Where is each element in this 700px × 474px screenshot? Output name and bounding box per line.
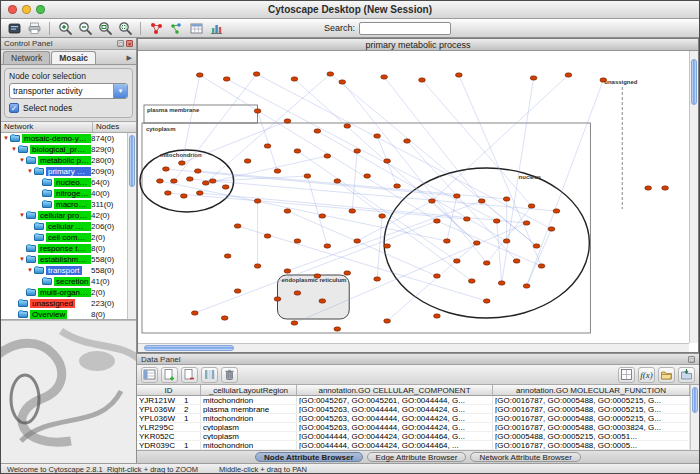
canvas-vertical-scrollbar[interactable]: [689, 51, 698, 343]
node-color-dropdown[interactable]: transporter activity ▼: [9, 83, 128, 99]
zoom-window-button[interactable]: [36, 5, 45, 14]
network-node[interactable]: [327, 72, 334, 76]
network-node[interactable]: [284, 209, 291, 213]
tree-collapse-arrow-icon[interactable]: ▼: [18, 155, 26, 166]
tree-row[interactable]: cell communicat...2(0): [1, 232, 127, 243]
network-edge[interactable]: [447, 196, 457, 241]
float-data-panel-icon[interactable]: □: [688, 356, 695, 363]
network-node[interactable]: [284, 119, 291, 123]
network-node[interactable]: [165, 191, 172, 195]
network-node[interactable]: [453, 259, 460, 263]
search-input[interactable]: [359, 22, 451, 35]
import-table-icon[interactable]: [658, 367, 675, 383]
network-edge[interactable]: [174, 74, 257, 181]
network-edge[interactable]: [238, 226, 487, 301]
trash-icon[interactable]: [221, 367, 238, 383]
network-node[interactable]: [202, 181, 209, 185]
session-icon[interactable]: [5, 20, 23, 37]
network-node[interactable]: [314, 274, 321, 278]
network-edge[interactable]: [352, 151, 357, 211]
network-node[interactable]: [523, 221, 530, 225]
network-edge[interactable]: [357, 201, 432, 241]
delete-attribute-icon[interactable]: [181, 367, 198, 383]
network-node[interactable]: [157, 179, 164, 183]
network-edge[interactable]: [337, 181, 472, 281]
network-node[interactable]: [349, 209, 356, 213]
network-node[interactable]: [478, 199, 485, 203]
network-node[interactable]: [274, 169, 281, 173]
network-node[interactable]: [178, 161, 185, 165]
overview-thumbnail[interactable]: [1, 320, 136, 463]
network-node[interactable]: [374, 134, 381, 138]
network-node[interactable]: [334, 179, 341, 183]
tree-collapse-arrow-icon[interactable]: ▼: [26, 166, 34, 177]
tree-row[interactable]: Overview8(0): [1, 309, 127, 319]
network-edge[interactable]: [342, 82, 486, 263]
table-scrollbar[interactable]: [690, 385, 699, 450]
network-node[interactable]: [483, 299, 490, 303]
printer-icon[interactable]: [25, 20, 43, 37]
network-edge[interactable]: [387, 243, 477, 321]
network-node[interactable]: [253, 72, 260, 76]
tree-column-nodes[interactable]: Nodes: [93, 122, 136, 132]
tab-scroll-right-icon[interactable]: ▶: [125, 54, 134, 64]
network-node[interactable]: [473, 241, 480, 245]
tree-collapse-arrow-icon[interactable]: ▼: [2, 133, 10, 144]
network-edge[interactable]: [487, 206, 532, 263]
network-node[interactable]: [374, 277, 381, 281]
network-node[interactable]: [453, 194, 460, 198]
tree-collapse-arrow-icon[interactable]: ▼: [10, 144, 18, 155]
network-node[interactable]: [384, 244, 391, 248]
network-node[interactable]: [222, 185, 229, 189]
network-node[interactable]: [468, 279, 475, 283]
function-icon[interactable]: f(x): [638, 367, 655, 383]
network-node[interactable]: [334, 327, 341, 331]
tree-row[interactable]: nitrogen compo...40(0): [1, 188, 127, 199]
network-node[interactable]: [191, 311, 198, 315]
chart-icon[interactable]: [207, 20, 225, 37]
network-node[interactable]: [294, 291, 301, 295]
network-node[interactable]: [264, 234, 271, 238]
network-edge[interactable]: [182, 121, 288, 163]
network-node[interactable]: [662, 186, 669, 190]
select-attributes-icon[interactable]: [141, 367, 158, 383]
network-node[interactable]: [291, 321, 298, 325]
table-row[interactable]: YKR052Ccytoplasm[GO:0044444, GO:0044424,…: [137, 432, 690, 441]
network-node[interactable]: [294, 149, 301, 153]
network-node[interactable]: [498, 281, 505, 285]
tree-row[interactable]: ▼mosaic-demo-yeast874(0): [1, 133, 127, 144]
tree-collapse-arrow-icon[interactable]: ▼: [18, 210, 26, 221]
network-node[interactable]: [319, 214, 326, 218]
network-node[interactable]: [196, 73, 203, 77]
close-panel-icon[interactable]: ×: [126, 40, 133, 47]
tab-edge-attribute-browser[interactable]: Edge Attribute Browser: [367, 452, 467, 462]
tree-row[interactable]: multi-organism pro...2(0): [1, 287, 127, 298]
network-node[interactable]: [434, 219, 441, 223]
network-edge[interactable]: [422, 80, 532, 206]
network-node[interactable]: [384, 159, 391, 163]
table-column-header[interactable]: _cellularLayoutRegion: [201, 385, 297, 395]
network-node[interactable]: [463, 217, 470, 221]
export-table-icon[interactable]: [678, 367, 695, 383]
network-edge[interactable]: [258, 111, 278, 171]
tree-row[interactable]: response to stimul...8(0): [1, 243, 127, 254]
network-node[interactable]: [528, 204, 535, 208]
tab-mosaic[interactable]: Mosaic: [51, 51, 96, 64]
network-edge[interactable]: [527, 229, 552, 286]
table-row[interactable]: YJR121W__1mitochondrion[GO:0045267, GO:0…: [137, 396, 690, 405]
tree-row[interactable]: ▼transport558(0): [1, 265, 127, 276]
network-edge[interactable]: [166, 169, 457, 196]
tab-network[interactable]: Network: [3, 51, 50, 64]
network-node[interactable]: [180, 194, 187, 198]
network-node[interactable]: [284, 269, 291, 273]
network-view-title[interactable]: primary metabolic process: [138, 39, 698, 51]
network-node[interactable]: [354, 239, 361, 243]
tree-row[interactable]: ▼biological_process829(0): [1, 144, 127, 155]
network-node[interactable]: [344, 271, 351, 275]
tree-row[interactable]: macromolecul...311(0): [1, 199, 127, 210]
tree-collapse-arrow-icon[interactable]: ▼: [18, 254, 26, 265]
network-node[interactable]: [553, 209, 560, 213]
network-node[interactable]: [294, 239, 301, 243]
network-edge[interactable]: [502, 78, 534, 283]
network-edge[interactable]: [206, 156, 328, 183]
